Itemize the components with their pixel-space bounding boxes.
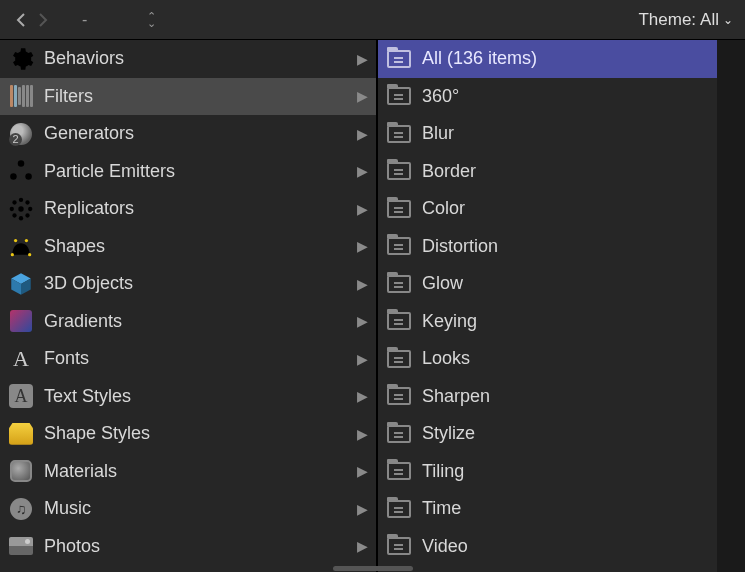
disclosure-arrow-icon: ▶ <box>357 51 368 67</box>
subfolder-label: Video <box>422 536 468 557</box>
category-item-particle-emitters[interactable]: Particle Emitters▶ <box>0 153 376 191</box>
subfolder-item[interactable]: 360° <box>378 78 745 116</box>
category-label: Materials <box>44 461 117 482</box>
subfolder-item[interactable]: Distortion <box>378 228 745 266</box>
subfolder-item[interactable]: Keying <box>378 303 745 341</box>
category-label: Shape Styles <box>44 423 150 444</box>
category-item-shapes[interactable]: Shapes▶ <box>0 228 376 266</box>
subfolder-label: All (136 items) <box>422 48 537 69</box>
chevron-left-icon <box>16 13 26 27</box>
svg-point-11 <box>25 213 29 217</box>
shapes-icon <box>8 234 34 258</box>
subfolder-item[interactable]: Time <box>378 490 745 528</box>
right-gutter <box>717 40 745 572</box>
category-item-text-styles[interactable]: AText Styles▶ <box>0 378 376 416</box>
path-stepper[interactable]: ⌃ ⌄ <box>147 13 156 27</box>
svg-point-4 <box>19 197 23 201</box>
subfolder-item[interactable]: Color <box>378 190 745 228</box>
category-item-photos[interactable]: Photos▶ <box>0 528 376 566</box>
subfolder-item[interactable]: Looks <box>378 340 745 378</box>
category-label: Fonts <box>44 348 89 369</box>
category-item-music[interactable]: ♫Music▶ <box>0 490 376 528</box>
disclosure-arrow-icon: ▶ <box>357 126 368 142</box>
category-item-generators[interactable]: Generators▶ <box>0 115 376 153</box>
svg-point-2 <box>25 173 32 180</box>
folder-icon <box>386 384 412 408</box>
subfolder-label: 360° <box>422 86 459 107</box>
svg-point-0 <box>18 160 25 167</box>
chevron-down-icon: ⌄ <box>723 13 733 27</box>
category-label: Particle Emitters <box>44 161 175 182</box>
theme-selector[interactable]: Theme: All ⌄ <box>638 10 735 30</box>
toolbar: - ⌃ ⌄ Theme: All ⌄ <box>0 0 745 40</box>
subfolder-item[interactable]: Border <box>378 153 745 191</box>
folder-icon <box>386 497 412 521</box>
category-item-filters[interactable]: Filters▶ <box>0 78 376 116</box>
category-item-fonts[interactable]: AFonts▶ <box>0 340 376 378</box>
particle-icon <box>8 159 34 183</box>
svg-point-13 <box>28 253 31 256</box>
disclosure-arrow-icon: ▶ <box>357 388 368 404</box>
category-item-gradients[interactable]: Gradients▶ <box>0 303 376 341</box>
category-item-behaviors[interactable]: Behaviors▶ <box>0 40 376 78</box>
category-item-materials[interactable]: Materials▶ <box>0 453 376 491</box>
replicator-icon <box>8 197 34 221</box>
category-item-3d-objects[interactable]: 3D Objects▶ <box>0 265 376 303</box>
nav-back-button[interactable] <box>10 8 32 32</box>
category-column: Behaviors▶Filters▶Generators▶Particle Em… <box>0 40 378 572</box>
folder-icon <box>386 122 412 146</box>
folder-icon <box>386 84 412 108</box>
path-separator: - <box>82 11 87 29</box>
subfolder-item[interactable]: All (136 items) <box>378 40 745 78</box>
svg-point-12 <box>11 253 14 256</box>
subfolder-label: Keying <box>422 311 477 332</box>
filters-icon <box>8 84 34 108</box>
folder-icon <box>386 47 412 71</box>
svg-point-15 <box>25 239 28 242</box>
category-item-replicators[interactable]: Replicators▶ <box>0 190 376 228</box>
folder-icon <box>386 234 412 258</box>
subfolder-item[interactable]: Stylize <box>378 415 745 453</box>
svg-point-14 <box>14 239 17 242</box>
disclosure-arrow-icon: ▶ <box>357 88 368 104</box>
subfolder-item[interactable]: Glow <box>378 265 745 303</box>
subfolder-item[interactable]: Tiling <box>378 453 745 491</box>
resize-handle[interactable] <box>333 566 413 571</box>
category-label: Generators <box>44 123 134 144</box>
subfolder-label: Glow <box>422 273 463 294</box>
category-item-shape-styles[interactable]: Shape Styles▶ <box>0 415 376 453</box>
disclosure-arrow-icon: ▶ <box>357 501 368 517</box>
category-label: Behaviors <box>44 48 124 69</box>
theme-label: Theme: <box>638 10 696 30</box>
subfolder-label: Looks <box>422 348 470 369</box>
subfolder-item[interactable]: Sharpen <box>378 378 745 416</box>
disclosure-arrow-icon: ▶ <box>357 163 368 179</box>
font-icon-boxed: A <box>8 384 34 408</box>
gradients-icon <box>8 309 34 333</box>
subfolder-label: Color <box>422 198 465 219</box>
disclosure-arrow-icon: ▶ <box>357 463 368 479</box>
svg-point-7 <box>28 207 32 211</box>
photos-icon <box>8 534 34 558</box>
folder-icon <box>386 272 412 296</box>
subfolder-label: Border <box>422 161 476 182</box>
folder-icon <box>386 309 412 333</box>
subfolder-label: Time <box>422 498 461 519</box>
category-label: Gradients <box>44 311 122 332</box>
chevron-right-icon <box>38 13 48 27</box>
subfolder-item[interactable]: Video <box>378 528 745 566</box>
svg-point-1 <box>10 173 17 180</box>
folder-icon <box>386 197 412 221</box>
disclosure-arrow-icon: ▶ <box>357 538 368 554</box>
svg-point-8 <box>12 200 16 204</box>
disclosure-arrow-icon: ▶ <box>357 313 368 329</box>
subfolder-item[interactable]: Blur <box>378 115 745 153</box>
folder-icon <box>386 422 412 446</box>
category-label: 3D Objects <box>44 273 133 294</box>
svg-point-5 <box>19 216 23 220</box>
category-label: Shapes <box>44 236 105 257</box>
svg-point-9 <box>25 200 29 204</box>
nav-forward-button[interactable] <box>32 8 54 32</box>
disclosure-arrow-icon: ▶ <box>357 351 368 367</box>
music-icon: ♫ <box>8 497 34 521</box>
